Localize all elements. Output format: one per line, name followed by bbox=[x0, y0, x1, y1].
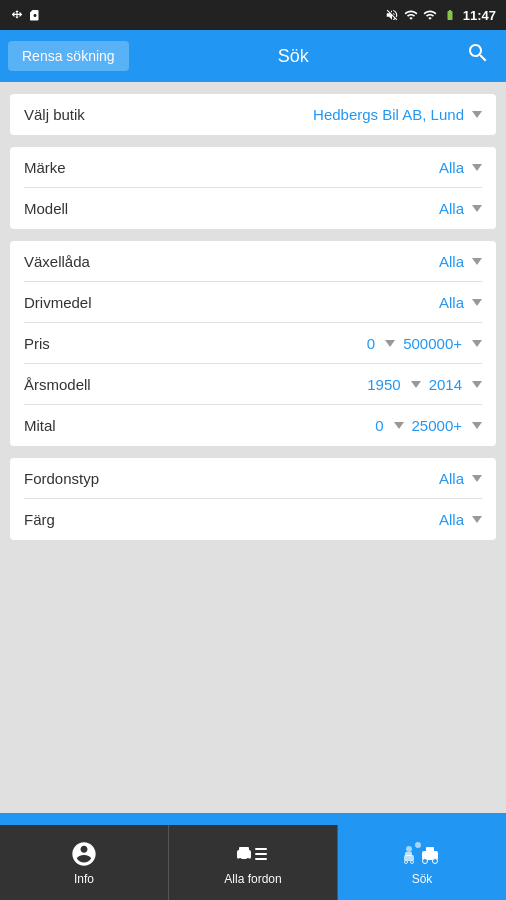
fuel-value: Alla bbox=[439, 294, 482, 311]
svg-rect-4 bbox=[255, 848, 267, 850]
mileage-row[interactable]: Mital 0 25000+ bbox=[10, 405, 496, 446]
vehicle-type-label: Fordonstyp bbox=[24, 470, 99, 487]
year-values: 1950 2014 bbox=[367, 376, 482, 393]
svg-point-11 bbox=[423, 858, 428, 863]
brand-dropdown-arrow bbox=[472, 164, 482, 171]
clear-search-button[interactable]: Rensa sökning bbox=[8, 41, 129, 71]
vehicle-type-value-text: Alla bbox=[439, 470, 464, 487]
vehicle-type-value: Alla bbox=[439, 470, 482, 487]
details-card: Växellåda Alla Drivmedel Alla Pris 0 500… bbox=[10, 241, 496, 446]
price-values: 0 500000+ bbox=[367, 335, 482, 352]
year-label: Årsmodell bbox=[24, 376, 91, 393]
fuel-value-text: Alla bbox=[439, 294, 464, 311]
header-title: Sök bbox=[129, 46, 458, 67]
nav-item-sok[interactable]: Sök bbox=[338, 825, 506, 900]
year-row[interactable]: Årsmodell 1950 2014 bbox=[10, 364, 496, 405]
svg-point-3 bbox=[246, 858, 250, 862]
price-row[interactable]: Pris 0 500000+ bbox=[10, 323, 496, 364]
color-value-text: Alla bbox=[439, 511, 464, 528]
signal-icon bbox=[423, 8, 437, 22]
brand-value-text: Alla bbox=[439, 159, 464, 176]
mileage-from: 0 bbox=[375, 417, 383, 434]
type-color-card: Fordonstyp Alla Färg Alla bbox=[10, 458, 496, 540]
price-from: 0 bbox=[367, 335, 375, 352]
bottom-divider bbox=[0, 813, 506, 825]
price-label: Pris bbox=[24, 335, 50, 352]
year-from: 1950 bbox=[367, 376, 400, 393]
brand-model-card: Märke Alla Modell Alla bbox=[10, 147, 496, 229]
model-dropdown-arrow bbox=[472, 205, 482, 212]
svg-point-16 bbox=[411, 860, 414, 863]
sim-icon bbox=[29, 8, 41, 22]
svg-rect-1 bbox=[239, 847, 249, 852]
time-display: 11:47 bbox=[463, 8, 496, 23]
svg-point-8 bbox=[415, 842, 421, 848]
model-value-text: Alla bbox=[439, 200, 464, 217]
nav-item-alla-fordon[interactable]: Alla fordon bbox=[169, 825, 338, 900]
status-bar-left bbox=[10, 8, 41, 22]
store-card: Välj butik Hedbergs Bil AB, Lund bbox=[10, 94, 496, 135]
store-value: Hedbergs Bil AB, Lund bbox=[313, 106, 482, 123]
store-row[interactable]: Välj butik Hedbergs Bil AB, Lund bbox=[10, 94, 496, 135]
price-from-arrow bbox=[385, 340, 395, 347]
price-to-arrow bbox=[472, 340, 482, 347]
color-dropdown-arrow bbox=[472, 516, 482, 523]
model-value: Alla bbox=[439, 200, 482, 217]
vehicle-type-row[interactable]: Fordonstyp Alla bbox=[10, 458, 496, 499]
svg-point-15 bbox=[405, 860, 408, 863]
brand-value: Alla bbox=[439, 159, 482, 176]
bottom-nav: Info Alla fordon bbox=[0, 825, 506, 900]
fuel-label: Drivmedel bbox=[24, 294, 92, 311]
wifi-icon bbox=[403, 8, 419, 22]
mileage-to-arrow bbox=[472, 422, 482, 429]
store-value-text: Hedbergs Bil AB, Lund bbox=[313, 106, 464, 123]
transmission-label: Växellåda bbox=[24, 253, 90, 270]
year-to-arrow bbox=[472, 381, 482, 388]
svg-rect-5 bbox=[255, 853, 267, 855]
mute-icon bbox=[385, 8, 399, 22]
search-icon bbox=[466, 41, 490, 65]
svg-point-2 bbox=[238, 858, 242, 862]
car-list-icon bbox=[237, 840, 269, 868]
svg-rect-10 bbox=[426, 847, 434, 853]
transmission-dropdown-arrow bbox=[472, 258, 482, 265]
nav-alla-fordon-label: Alla fordon bbox=[224, 872, 281, 886]
brand-label: Märke bbox=[24, 159, 66, 176]
status-bar-right: 11:47 bbox=[385, 8, 496, 23]
battery-icon bbox=[441, 9, 459, 21]
nav-sok-label: Sök bbox=[412, 872, 433, 886]
color-row[interactable]: Färg Alla bbox=[10, 499, 496, 540]
usb-icon bbox=[10, 8, 24, 22]
model-row[interactable]: Modell Alla bbox=[10, 188, 496, 229]
mileage-values: 0 25000+ bbox=[375, 417, 482, 434]
search-cars-icon bbox=[404, 840, 440, 868]
transmission-value: Alla bbox=[439, 253, 482, 270]
svg-point-7 bbox=[406, 846, 412, 852]
app-header: Rensa sökning Sök bbox=[0, 30, 506, 82]
main-content: Välj butik Hedbergs Bil AB, Lund Märke A… bbox=[0, 82, 506, 825]
year-to: 2014 bbox=[429, 376, 462, 393]
year-from-arrow bbox=[411, 381, 421, 388]
mileage-to: 25000+ bbox=[412, 417, 462, 434]
mileage-from-arrow bbox=[394, 422, 404, 429]
nav-info-label: Info bbox=[74, 872, 94, 886]
model-label: Modell bbox=[24, 200, 68, 217]
vehicle-type-dropdown-arrow bbox=[472, 475, 482, 482]
transmission-row[interactable]: Växellåda Alla bbox=[10, 241, 496, 282]
price-to: 500000+ bbox=[403, 335, 462, 352]
svg-point-12 bbox=[433, 858, 438, 863]
status-bar: 11:47 bbox=[0, 0, 506, 30]
mileage-label: Mital bbox=[24, 417, 56, 434]
store-label: Välj butik bbox=[24, 106, 85, 123]
svg-rect-6 bbox=[255, 858, 267, 860]
svg-rect-14 bbox=[405, 852, 412, 856]
brand-row[interactable]: Märke Alla bbox=[10, 147, 496, 188]
color-value: Alla bbox=[439, 511, 482, 528]
store-dropdown-arrow bbox=[472, 111, 482, 118]
nav-item-info[interactable]: Info bbox=[0, 825, 169, 900]
fuel-dropdown-arrow bbox=[472, 299, 482, 306]
person-icon bbox=[70, 840, 98, 868]
color-label: Färg bbox=[24, 511, 55, 528]
fuel-row[interactable]: Drivmedel Alla bbox=[10, 282, 496, 323]
search-button[interactable] bbox=[458, 37, 498, 75]
